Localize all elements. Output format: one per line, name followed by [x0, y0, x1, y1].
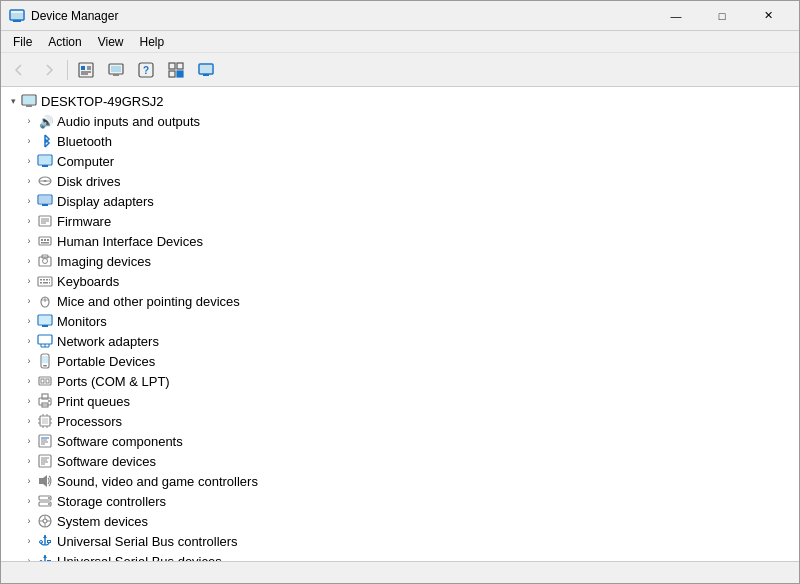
- window-icon: [9, 8, 25, 24]
- svg-rect-26: [39, 156, 51, 164]
- close-button[interactable]: ✕: [745, 1, 791, 31]
- svg-rect-23: [26, 105, 32, 107]
- minimize-button[interactable]: —: [653, 1, 699, 31]
- svg-rect-41: [47, 239, 49, 241]
- icon-print: [37, 393, 53, 409]
- icon-computer: [37, 153, 53, 169]
- chevron-network: ›: [21, 333, 37, 349]
- icon-monitors: [37, 313, 53, 329]
- menu-view[interactable]: View: [90, 33, 132, 51]
- chevron-disk: ›: [21, 173, 37, 189]
- tree-item-portable[interactable]: ›Portable Devices: [1, 351, 799, 371]
- tree-item-usb-dev[interactable]: ›Universal Serial Bus devices: [1, 551, 799, 561]
- tree-item-sound[interactable]: ›Sound, video and game controllers: [1, 471, 799, 491]
- label-processors: Processors: [57, 414, 122, 429]
- svg-rect-14: [169, 63, 175, 69]
- tree-item-hid[interactable]: ›Human Interface Devices: [1, 231, 799, 251]
- svg-point-101: [43, 519, 47, 523]
- svg-point-99: [48, 503, 50, 505]
- tree-item-ports[interactable]: ›Ports (COM & LPT): [1, 371, 799, 391]
- tree-item-imaging[interactable]: ›Imaging devices: [1, 251, 799, 271]
- toolbar-separator-1: [67, 60, 68, 80]
- tree-item-monitors[interactable]: ›Monitors: [1, 311, 799, 331]
- tree-item-print[interactable]: ›Print queues: [1, 391, 799, 411]
- tree-item-computer[interactable]: ›Computer: [1, 151, 799, 171]
- svg-text:?: ?: [143, 65, 149, 76]
- tree-item-mice[interactable]: ›Mice and other pointing devices: [1, 291, 799, 311]
- icon-software-comp: [37, 433, 53, 449]
- svg-point-30: [44, 180, 47, 182]
- menu-bar: File Action View Help: [1, 31, 799, 53]
- tree-item-storage[interactable]: ›Storage controllers: [1, 491, 799, 511]
- svg-rect-66: [43, 365, 47, 367]
- svg-rect-52: [43, 282, 48, 284]
- svg-rect-47: [40, 279, 42, 281]
- properties-button[interactable]: [72, 56, 100, 84]
- tree-item-audio[interactable]: ›🔊Audio inputs and outputs: [1, 111, 799, 131]
- svg-rect-27: [42, 165, 48, 167]
- svg-rect-90: [39, 455, 51, 467]
- chevron-print: ›: [21, 393, 37, 409]
- label-disk: Disk drives: [57, 174, 121, 189]
- tree-item-bluetooth[interactable]: ›Bluetooth: [1, 131, 799, 151]
- tree-item-software-comp[interactable]: ›Software components: [1, 431, 799, 451]
- icon-portable: [37, 353, 53, 369]
- status-bar: [1, 561, 799, 583]
- tree-item-software-dev[interactable]: ›Software devices: [1, 451, 799, 471]
- icon-processors: [37, 413, 53, 429]
- svg-rect-108: [48, 541, 51, 543]
- tree-item-display[interactable]: ›Display adapters: [1, 191, 799, 211]
- tree-item-usb[interactable]: ›Universal Serial Bus controllers: [1, 531, 799, 551]
- chevron-software-comp: ›: [21, 433, 37, 449]
- label-usb: Universal Serial Bus controllers: [57, 534, 238, 549]
- tree-item-network[interactable]: ›Network adapters: [1, 331, 799, 351]
- tree-item-firmware[interactable]: ›Firmware: [1, 211, 799, 231]
- icon-audio: 🔊: [37, 113, 53, 129]
- title-bar: Device Manager — □ ✕: [1, 1, 799, 31]
- tree-item-system[interactable]: ›System devices: [1, 511, 799, 531]
- icon-software-dev: [37, 453, 53, 469]
- chevron-mice: ›: [21, 293, 37, 309]
- computer-button[interactable]: [192, 56, 220, 84]
- maximize-button[interactable]: □: [699, 1, 745, 31]
- label-mice: Mice and other pointing devices: [57, 294, 240, 309]
- menu-file[interactable]: File: [5, 33, 40, 51]
- label-storage: Storage controllers: [57, 494, 166, 509]
- tree-item-keyboards[interactable]: ›Keyboards: [1, 271, 799, 291]
- tree-item-disk[interactable]: ›Disk drives: [1, 171, 799, 191]
- update-button[interactable]: [102, 56, 130, 84]
- forward-button[interactable]: [35, 56, 63, 84]
- label-hid: Human Interface Devices: [57, 234, 203, 249]
- menu-help[interactable]: Help: [132, 33, 173, 51]
- tree-root[interactable]: ▾ DESKTOP-49GRSJ2: [1, 91, 799, 111]
- svg-rect-59: [42, 325, 48, 327]
- chevron-system: ›: [21, 513, 37, 529]
- window-title: Device Manager: [31, 9, 653, 23]
- svg-rect-95: [39, 478, 43, 484]
- svg-rect-50: [49, 279, 50, 281]
- toolbar: ?: [1, 53, 799, 87]
- icon-mice: [37, 293, 53, 309]
- svg-rect-53: [49, 282, 50, 284]
- icon-display: [37, 193, 53, 209]
- label-monitors: Monitors: [57, 314, 107, 329]
- svg-rect-70: [46, 379, 49, 383]
- device-manager-window: Device Manager — □ ✕ File Action View He…: [0, 0, 800, 584]
- svg-rect-49: [46, 279, 48, 281]
- label-imaging: Imaging devices: [57, 254, 151, 269]
- view-toggle-button[interactable]: [162, 56, 190, 84]
- chevron-usb-dev: ›: [21, 553, 37, 561]
- back-button[interactable]: [5, 56, 33, 84]
- svg-rect-69: [41, 379, 44, 383]
- chevron-processors: ›: [21, 413, 37, 429]
- icon-usb: [37, 533, 53, 549]
- chevron-storage: ›: [21, 493, 37, 509]
- label-computer: Computer: [57, 154, 114, 169]
- label-audio: Audio inputs and outputs: [57, 114, 200, 129]
- help-button[interactable]: ?: [132, 56, 160, 84]
- tree-item-processors[interactable]: ›Processors: [1, 411, 799, 431]
- menu-action[interactable]: Action: [40, 33, 89, 51]
- content-area[interactable]: ▾ DESKTOP-49GRSJ2 ›🔊Audio inputs and out…: [1, 87, 799, 561]
- icon-imaging: [37, 253, 53, 269]
- label-sound: Sound, video and game controllers: [57, 474, 258, 489]
